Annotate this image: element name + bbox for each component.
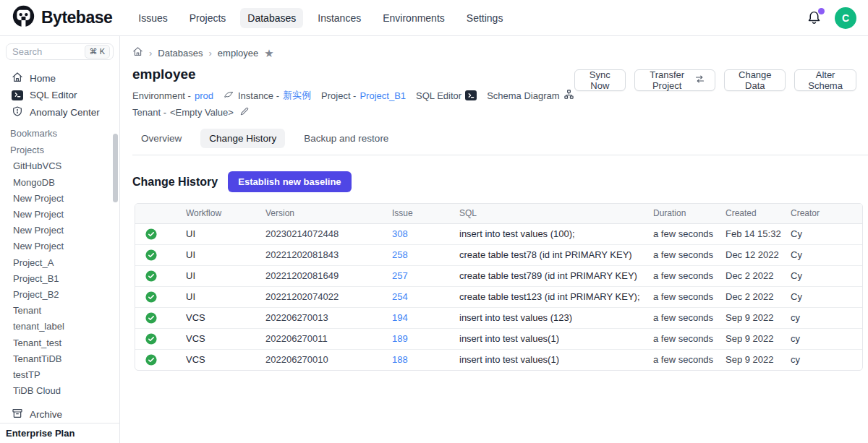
issue-link[interactable]: 194 [392,312,408,323]
creator-cell: cy [791,307,863,328]
sidebar-project-item[interactable]: Project_B2 [0,286,119,302]
home-icon [12,72,23,85]
workflow-cell: UI [186,223,265,244]
edit-pencil-icon[interactable] [239,106,250,119]
change-data-button[interactable]: Change Data [724,69,786,91]
sidebar-project-item[interactable]: Project_A [0,254,119,270]
sidebar-scrollbar[interactable] [113,134,118,202]
creator-cell: Cy [791,223,863,244]
version-cell: 202206270010 [265,349,392,370]
sidebar-project-item[interactable]: tenant_label [0,319,119,335]
created-cell: Sep 9 2022 [726,328,791,349]
issue-link[interactable]: 308 [392,228,408,239]
issue-link[interactable]: 254 [392,291,408,302]
environment-link[interactable]: prod [195,90,213,101]
status-cell [135,223,186,244]
sidebar-project-item[interactable]: New Project [0,223,119,238]
breadcrumb: › Databases › employee ★ [120,36,868,59]
created-cell: Feb 14 15:32 [726,223,791,244]
column-header: SQL [459,204,653,223]
workflow-cell: VCS [186,307,265,328]
sidebar-project-item[interactable]: New Project [0,238,119,254]
sidebar-project-item[interactable]: New Project [0,206,119,222]
table-row[interactable]: VCS 202206270010 188 insert into test va… [135,349,863,370]
sidebar-item-sql-editor[interactable]: SQL Editor [0,87,119,103]
tab-backup-restore[interactable]: Backup and restore [295,129,397,148]
notification-bell-icon[interactable] [807,10,822,25]
nav-item-environments[interactable]: Environments [375,8,452,28]
tab-overview[interactable]: Overview [132,129,190,148]
creator-cell: Cy [791,265,863,286]
breadcrumb-databases[interactable]: Databases [158,48,203,59]
sync-now-button[interactable]: Sync Now [574,69,626,91]
nav-item-settings[interactable]: Settings [459,8,511,28]
duration-cell: a few seconds [653,349,726,370]
creator-cell: cy [791,328,863,349]
sidebar-section-bookmarks: Bookmarks [0,121,119,142]
mysql-engine-icon [224,89,234,102]
status-cell [135,349,186,370]
sidebar-project-item[interactable]: TiDB Cloud [0,383,119,399]
table-row[interactable]: UI 20221202074022 254 create table test1… [135,286,863,307]
issue-link[interactable]: 188 [392,354,408,365]
breadcrumb-separator: › [209,48,212,59]
table-row[interactable]: UI 20230214072448 308 insert into test v… [135,223,863,244]
issue-cell: 257 [392,265,459,286]
sql-cell: insert into test values(1) [459,328,653,349]
sidebar-item-anomaly-center[interactable]: Anomaly Center [0,104,119,121]
breadcrumb-home-icon[interactable] [132,46,143,59]
tenant-value: <Empty Value> [170,107,234,118]
search-box[interactable]: ⌘ K [6,43,114,60]
nav-item-instances[interactable]: Instances [310,8,368,28]
version-cell: 202206270013 [265,307,392,328]
tab-change-history[interactable]: Change History [200,129,285,148]
column-header: Version [265,204,392,223]
breadcrumb-employee[interactable]: employee [218,48,258,59]
sidebar-project-item[interactable]: New Project [0,190,119,206]
column-header [135,204,186,223]
nav-item-databases[interactable]: Databases [240,8,303,28]
sql-cell: insert into test values (123) [459,307,653,328]
sidebar-project-item[interactable]: TenantTiDB [0,350,119,366]
sidebar-project-item[interactable]: Tenant_test [0,335,119,350]
sidebar-item-home[interactable]: Home [0,70,119,87]
sidebar-project-item[interactable]: Project_B1 [0,270,119,286]
status-done-icon [145,249,186,261]
brand[interactable]: Bytebase [12,4,112,31]
bookmark-star-icon[interactable]: ★ [264,48,273,59]
issue-cell: 254 [392,286,459,307]
instance-link[interactable]: 新实例 [283,89,311,102]
tab-bar: Overview Change History Backup and resto… [132,129,868,155]
table-row[interactable]: VCS 202206270013 194 insert into test va… [135,307,863,328]
creator-cell: Cy [791,286,863,307]
sidebar-project-item[interactable]: Tenant [0,303,119,319]
sql-editor-shortcut[interactable]: SQL Editor [416,90,477,101]
project-link[interactable]: Project_B1 [359,90,406,101]
nav-item-issues[interactable]: Issues [131,8,174,28]
nav-item-projects[interactable]: Projects [182,8,234,28]
search-input[interactable] [12,46,75,57]
sidebar-project-item[interactable]: MongoDB [0,174,119,190]
table-row[interactable]: UI 20221202081649 257 create table test7… [135,265,863,286]
plan-badge: Enterprise Plan [0,423,119,443]
transfer-project-button[interactable]: Transfer Project [634,69,715,91]
issue-link[interactable]: 189 [392,333,408,344]
alter-schema-button[interactable]: Alter Schema [794,69,856,91]
establish-baseline-button[interactable]: Establish new baseline [228,171,351,192]
brand-name: Bytebase [41,8,112,27]
workflow-cell: UI [186,244,265,265]
duration-cell: a few seconds [653,223,726,244]
issue-link[interactable]: 258 [392,249,408,260]
sql-cell: create table test78 (id int PRIMARY KEY) [459,244,653,265]
table-row[interactable]: UI 20221202081843 258 create table test7… [135,244,863,265]
sidebar-project-item[interactable]: testTP [0,366,119,382]
sidebar-item-archive[interactable]: Archive [0,406,119,423]
main-content: › Databases › employee ★ employee Enviro… [120,36,868,443]
table-row[interactable]: VCS 202206270011 189 insert into test va… [135,328,863,349]
sidebar-project-item[interactable]: GitHubVCS [0,158,119,174]
schema-diagram-shortcut[interactable]: Schema Diagram [487,89,574,102]
status-cell [135,265,186,286]
workflow-cell: UI [186,265,265,286]
avatar[interactable]: C [835,7,856,29]
issue-link[interactable]: 257 [392,270,408,281]
